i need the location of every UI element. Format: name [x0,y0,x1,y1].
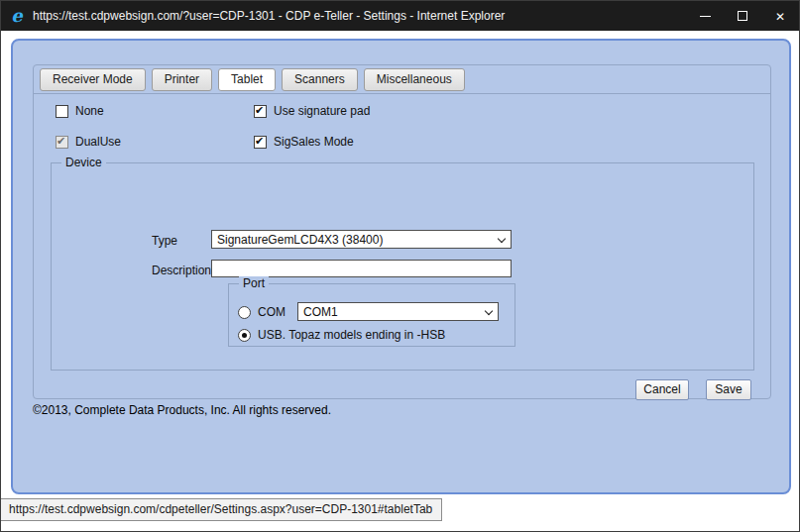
sigsales-mode-label: SigSales Mode [274,135,354,149]
dualuse-checkbox [56,136,68,149]
com-port-select[interactable]: COM1 [297,302,499,321]
type-label: Type [152,234,177,248]
minimize-icon [700,16,711,17]
port-group-legend: Port [239,276,269,290]
maximize-button[interactable] [724,1,761,31]
type-select[interactable]: SignatureGemLCD4X3 (38400) [211,230,512,249]
usb-radio-row: USB. Topaz models ending in -HSB [238,328,445,342]
sigsales-mode-row: SigSales Mode [254,135,354,149]
chevron-down-icon [485,307,493,315]
none-checkbox-row: None [56,104,104,118]
tab-nav: Receiver Mode Printer Tablet Scanners Mi… [34,65,770,94]
sigsales-mode-checkbox[interactable] [254,136,267,149]
dualuse-row: DualUse [56,135,121,149]
description-input[interactable] [211,260,512,277]
com-radio[interactable] [238,306,251,319]
settings-dialog: Receiver Mode Printer Tablet Scanners Mi… [11,39,791,494]
com-port-select-value: COM1 [303,305,338,319]
com-radio-row: COM [238,305,286,319]
close-icon [775,7,785,25]
device-group-legend: Device [61,156,106,169]
tab-miscellaneous[interactable]: Miscellaneous [364,68,465,91]
copyright-text: ©2013, Complete Data Products, Inc. All … [33,403,331,417]
usb-radio-label: USB. Topaz models ending in -HSB [258,328,445,342]
description-label: Description [152,264,211,277]
ie-window: e https://test.cdpwebsign.com/?user=CDP-… [0,0,800,532]
none-checkbox-label: None [75,104,104,118]
usb-radio[interactable] [238,329,251,342]
type-select-value: SignatureGemLCD4X3 (38400) [217,233,383,247]
device-group: Device Type SignatureGemLCD4X3 (38400) D… [51,162,754,371]
close-button[interactable] [761,1,799,31]
status-tooltip: https://test.cdpwebsign.com/cdpeteller/S… [1,498,442,521]
com-radio-label: COM [258,305,286,319]
tab-receiver-mode[interactable]: Receiver Mode [40,68,146,91]
tab-printer[interactable]: Printer [152,68,212,91]
use-signature-pad-checkbox[interactable] [254,105,267,118]
title-bar: e https://test.cdpwebsign.com/?user=CDP-… [1,1,799,31]
minimize-button[interactable] [686,1,724,31]
maximize-icon [738,11,747,21]
use-signature-pad-label: Use signature pad [274,104,370,118]
settings-tabs: Receiver Mode Printer Tablet Scanners Mi… [33,64,771,399]
cancel-button[interactable]: Cancel [635,379,689,400]
save-button[interactable]: Save [706,379,751,400]
ie-logo-icon: e [1,5,33,26]
port-group: Port COM COM1 USB. Topaz models ending i… [228,283,515,347]
tab-scanners[interactable]: Scanners [282,68,358,91]
use-signature-pad-row: Use signature pad [254,104,370,118]
none-checkbox[interactable] [56,105,68,118]
chevron-down-icon [498,235,506,243]
dualuse-label: DualUse [75,135,121,149]
tab-tablet[interactable]: Tablet [218,68,276,91]
window-title: https://test.cdpwebsign.com/?user=CDP-13… [33,9,686,23]
